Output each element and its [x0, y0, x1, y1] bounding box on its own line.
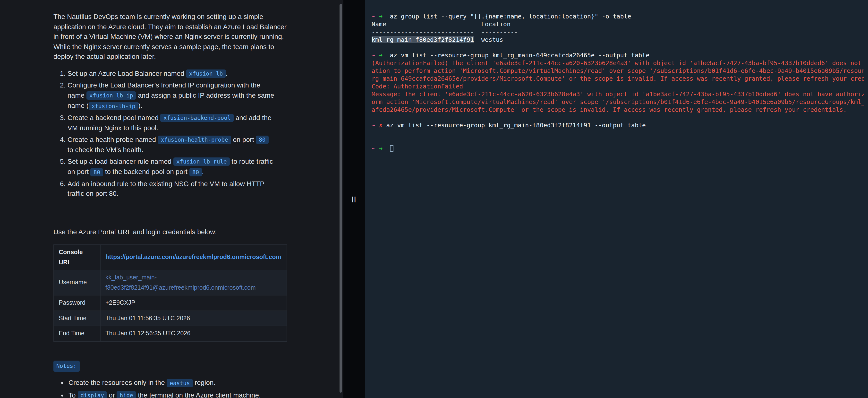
inline-code: xfusion-backend-pool: [160, 114, 234, 122]
notes-list: Create the resources only in the eastus …: [54, 377, 273, 398]
credentials-label-cell: Username: [54, 270, 100, 295]
inline-code: eastus: [167, 379, 193, 387]
terminal-line: Code: AuthorizationFailed: [372, 83, 864, 90]
terminal-line: [372, 137, 864, 145]
note-item: Create the resources only in the eastus …: [68, 377, 273, 388]
terminal-line: [372, 129, 864, 137]
text-segment: to the backend pool on port: [103, 167, 189, 176]
task-panel: The Nautilus DevOps team is currently wo…: [0, 0, 343, 398]
terminal-line: kml_rg_main-f80ed3f2f8214f91 westus: [372, 36, 864, 44]
note-item: To display or hide the terminal on the A…: [68, 390, 273, 398]
terminal-line: orm action 'Microsoft.Compute/virtualMac…: [372, 98, 864, 106]
credentials-row: Usernamekk_lab_user_main-f80ed3f2f8214f9…: [54, 270, 287, 295]
credentials-row: Console URLhttps://portal.azure.com/azur…: [54, 245, 287, 270]
inline-code: 80: [189, 168, 202, 176]
terminal-line: ation to perform action 'Microsoft.Compu…: [372, 67, 864, 75]
inline-code: xfusion-lb-rule: [174, 157, 230, 166]
credentials-table-body: Console URLhttps://portal.azure.com/azur…: [54, 245, 287, 341]
credentials-row: Password+2E9CXJP: [54, 295, 287, 310]
text-segment: region.: [193, 378, 215, 386]
inline-code: xfusion-lb-ip: [87, 91, 136, 100]
panel-divider: ||: [343, 0, 365, 398]
text-segment: Create the resources only in the: [68, 378, 167, 386]
credentials-link[interactable]: kk_lab_user_main-f80ed3f2f8214f91@azuref…: [105, 274, 256, 291]
terminal-panel[interactable]: ~ ➜ az group list --query "[].{name:name…: [365, 0, 868, 398]
terminal-line: ~ ➜: [372, 145, 864, 153]
credentials-value-cell: Thu Jan 01 12:56:35 UTC 2026: [100, 326, 287, 341]
terminal-line: Message: The client 'e6ade3cf-211c-44cc-…: [372, 90, 864, 98]
step-item: Configure the Load Balancer’s frontend I…: [67, 80, 274, 111]
inline-code: 80: [91, 168, 103, 176]
credentials-value-cell: https://portal.azure.com/azurefreekmlpro…: [100, 245, 287, 270]
task-content: The Nautilus DevOps team is currently wo…: [0, 0, 291, 398]
step-item: Set up a load balancer rule named xfusio…: [67, 156, 274, 177]
inline-code: xfusion-lb: [186, 69, 226, 78]
step-item: Set up an Azure Load Balancer named xfus…: [67, 68, 274, 79]
terminal-output: ~ ➜ az group list --query "[].{name:name…: [372, 12, 864, 153]
terminal-line: (AuthorizationFailed) The client 'e6ade3…: [372, 59, 864, 67]
terminal-line: Name Location: [372, 21, 864, 28]
credentials-intro: Use the Azure Portal URL and login crede…: [54, 227, 286, 237]
credentials-row: End TimeThu Jan 01 12:56:35 UTC 2026: [54, 326, 287, 341]
step-item: Add an inbound rule to the existing NSG …: [67, 179, 274, 198]
notes-badge-row: Notes:: [54, 341, 291, 372]
terminal-line: afcda26465e/providers/Microsoft.Compute'…: [372, 106, 864, 114]
text-segment: Add an inbound rule to the existing NSG …: [67, 180, 264, 197]
divider-toggle-handle[interactable]: ||: [351, 192, 358, 206]
credentials-label-cell: Start Time: [54, 310, 100, 326]
text-segment: Set up a load balancer rule named: [67, 157, 174, 165]
step-item: Create a health probe named xfusion-heal…: [67, 134, 274, 155]
text-segment: to check the VM’s health.: [67, 146, 143, 154]
text-segment: .: [202, 167, 204, 176]
terminal-line: [372, 44, 864, 52]
inline-code: 80: [256, 135, 269, 144]
text-segment: ).: [138, 101, 142, 109]
highlighted-resource-group: kml_rg_main-f80ed3f2f8214f91: [372, 36, 474, 43]
text-segment: .: [226, 69, 227, 77]
credentials-value-cell: Thu Jan 01 11:56:35 UTC 2026: [100, 310, 287, 326]
terminal-line: rg_main-649ccafcda26465e/providers/Micro…: [372, 75, 864, 83]
steps-list: Set up an Azure Load Balancer named xfus…: [54, 68, 274, 198]
notes-badge: Notes:: [54, 360, 80, 372]
inline-code: display: [78, 391, 107, 398]
text-segment: Set up an Azure Load Balancer named: [67, 69, 186, 77]
terminal-line: ---------------------------- ----------: [372, 28, 864, 36]
text-segment: Create a health probe named: [67, 135, 158, 143]
terminal-cursor: [390, 145, 393, 152]
left-panel-scrollbar-thumb[interactable]: [340, 4, 342, 393]
credentials-table: Console URLhttps://portal.azure.com/azur…: [54, 244, 287, 341]
inline-code: hide: [117, 391, 136, 398]
credentials-row: Start TimeThu Jan 01 11:56:35 UTC 2026: [54, 310, 287, 326]
credentials-value-cell: +2E9CXJP: [100, 295, 287, 310]
text-segment: on port: [231, 135, 256, 143]
terminal-line: ~ ➜ az group list --query "[].{name:name…: [372, 12, 864, 21]
inline-code: xfusion-lb-ip: [89, 102, 138, 110]
terminal-line: [372, 114, 864, 122]
app-root: The Nautilus DevOps team is currently wo…: [0, 0, 868, 398]
text-segment: or: [107, 391, 117, 398]
text-segment: To: [68, 391, 78, 398]
step-item: Create a backend pool named xfusion-back…: [67, 113, 274, 133]
intro-paragraph: The Nautilus DevOps team is currently wo…: [54, 12, 286, 61]
inline-code: xfusion-health-probe: [158, 135, 231, 144]
text-segment: Create a backend pool named: [67, 114, 160, 121]
terminal-line: ~ ✗ az vm list --resource-group kml_rg_m…: [372, 122, 864, 129]
credentials-label-cell: End Time: [54, 326, 100, 341]
credentials-label-cell: Password: [54, 295, 100, 310]
credentials-link[interactable]: https://portal.azure.com/azurefreekmlpro…: [105, 254, 281, 261]
credentials-label-cell: Console URL: [54, 245, 100, 270]
credentials-value-cell: kk_lab_user_main-f80ed3f2f8214f91@azuref…: [100, 270, 287, 295]
terminal-line: ~ ➜ az vm list --resource-group kml_rg_m…: [372, 52, 864, 59]
